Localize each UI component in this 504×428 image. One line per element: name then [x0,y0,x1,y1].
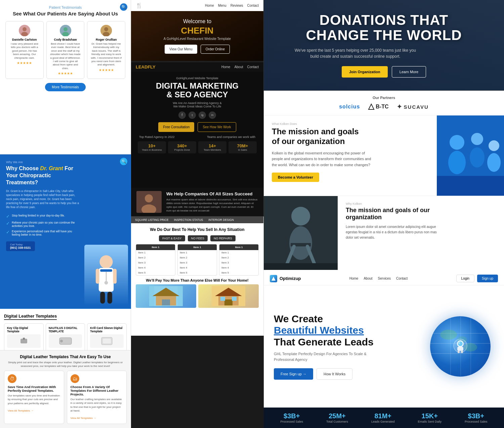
home-image-2 [198,284,259,308]
re-feature-3: NO REPAIRS [210,235,236,241]
kolken-image [264,196,338,270]
chefin-brand: CHEFIN [181,26,214,36]
chefin-btn-menu[interactable]: View Our Menu [165,45,197,54]
svg-rect-14 [96,269,99,284]
home-image-1 [136,284,196,308]
re-feature-2: NO FEES [188,235,208,241]
chefin-nav: 🍴 Home Menu Reviews Contact [131,0,263,11]
agency-help-image [136,191,162,213]
stat-projects-label: Projects Done [170,148,194,151]
re-feature-1: FAST & EASY [159,235,185,241]
agency-title: DIGITAL MARKETING& SEO AGENCY [138,82,257,99]
chiro-why-label: Why We Are [6,160,125,164]
call-badge: Call Today (801) 338-0321 [6,241,35,251]
leather-card-3-title: Krill Card Sleeve Digital Template [90,326,124,333]
chefin-nav-home[interactable]: Home [205,4,214,7]
svg-point-21 [60,340,63,342]
stat-projects-value: 340+ [170,143,194,148]
opt-outline-btn[interactable]: How It Works [317,368,352,380]
donations-join-btn[interactable]: Join Organization [342,66,388,78]
panel-digital-leather: Digital Leather Templates Key Clip Digit… [0,309,131,428]
stat-years-label: Years in Business [140,148,164,151]
testimonial-text-3: Dr. Grant has helped me tremendously wit… [91,42,122,67]
testimonial-name-2: Cody Bradshaw [50,38,81,41]
donations-desc: We've spent the last 5 years helping ove… [292,47,419,59]
search-badge-2[interactable]: 🔍 [120,158,127,165]
svg-rect-31 [154,286,178,306]
opt-nav-contact[interactable]: Contact [396,277,408,280]
stat-sales-label: In Sales [230,148,255,151]
lower-card-1: ⏱ Save Time And Frustration With Perfect… [4,371,64,424]
opt-stat-4-value: 15K+ [418,412,442,420]
svg-point-58 [459,342,460,344]
agency-nav: LEADFLY Home About Contact [131,62,263,72]
svg-point-13 [104,281,108,285]
why-label: Why Kolken [346,202,496,205]
panel-nonprofit: Our Partners solcius B-TC ✦ SUCAVU Wha [264,91,504,272]
lower-card-1-link[interactable]: View All Templates → [8,409,34,412]
opt-signup-btn[interactable]: Sign up [477,275,498,282]
social-t[interactable]: t [188,111,196,119]
svg-rect-17 [108,292,112,304]
chefin-nav-reviews[interactable]: Reviews [230,4,243,7]
avatar-2 [60,25,71,36]
svg-point-43 [470,147,485,168]
avatar-3 [100,25,112,36]
opt-nav-home[interactable]: Home [349,277,359,280]
mission-image [437,115,504,196]
donations-learn-btn[interactable]: Learn More [392,66,426,78]
doctor-image [84,245,128,305]
partners-section: Our Partners solcius B-TC ✦ SUCAVU [264,91,504,115]
opt-stat-1: $3B+ Processed Sales [280,412,303,423]
agency-btn-how[interactable]: See How We Work [198,122,236,132]
agency-nav-home[interactable]: Home [221,65,230,69]
chiro-heading: Why Choose Dr. Grant For Your Chiropract… [6,165,80,186]
opt-stat-3-value: 81M+ [371,412,395,420]
leather-card-2-title: NAUTILUS 3 DIGITAL TEMPLATE [49,326,82,333]
panel-agency: LEADFLY Home About Contact GoHighLevel W… [131,62,264,217]
search-badge-1[interactable]: 🔍 [120,3,127,11]
social-f[interactable]: f [178,111,186,119]
agency-nav-contact[interactable]: Contact [247,65,259,69]
chefin-btn-order[interactable]: Order Online [201,45,230,54]
stat-projects: 340+ Projects Done [168,141,196,153]
agency-help-desc: Aut maxime quam alias et labore distinct… [166,198,258,213]
svg-point-9 [99,255,113,269]
more-testimonials-button[interactable]: More Testimonials [45,83,85,91]
why-kolken-section: Why Kolken The mission and goals of our … [264,196,504,270]
svg-point-40 [450,135,464,150]
lower-card-1-desc: Our templates save you time and frustrat… [8,394,60,405]
lower-card-2: 🗂 Choose From A Variety Of Templates For… [67,371,127,424]
opt-nav-services[interactable]: Services [378,277,391,280]
lower-card-2-desc: Our leather crafting templates are avail… [71,397,123,413]
volunteer-btn[interactable]: Become a Volunteer [272,173,319,182]
agency-btn-consult[interactable]: Free Consultation [158,122,194,132]
optimizup-stats-bar: $3B+ Processed Sales 25M+ Total Customer… [264,408,504,428]
svg-rect-37 [220,297,225,301]
why-desc: Lorem ipsum dolor sit amet consectetur a… [346,224,440,240]
opt-primary-btn[interactable]: Free Sign up → [274,368,313,380]
agency-nav-about[interactable]: About [234,65,243,69]
partner-btc: B-TC [368,103,388,110]
stat-years-value: 10+ [140,143,164,148]
opt-login-btn[interactable]: Login [456,275,474,282]
donations-title: DONATIONS THAT CHANGE THE WORLD [292,13,476,42]
social-ig[interactable]: ig [199,111,206,119]
chefin-logo: 🍴 [136,2,142,9]
chefin-nav-contact[interactable]: Contact [247,4,259,7]
opt-stat-5: $3B+ Processed Sales [465,412,488,423]
why-title: The mission and goals of our organizatio… [346,207,433,221]
opt-nav-about[interactable]: About [364,277,372,280]
will-pay-text: We'll Pay You More Than Anyone Else Will… [136,278,259,282]
lower-card-2-link[interactable]: View All Templates → [71,417,96,420]
chefin-sub: A GoHighLevel Restaurant Website Templat… [164,37,231,41]
agency-rated-label: Top Rated Agency In 2022 [139,135,175,139]
chefin-nav-menu[interactable]: Menu [218,4,226,7]
svg-rect-46 [437,176,504,196]
svg-point-25 [145,194,153,202]
svg-rect-11 [100,269,112,272]
social-in[interactable]: in [209,111,216,119]
agency-desc: We Are An Award-Winning Agency & We Make… [138,101,257,108]
globe-visual [430,316,491,377]
leather-card-1: Key Clip Digital Template This downloada… [4,323,44,350]
